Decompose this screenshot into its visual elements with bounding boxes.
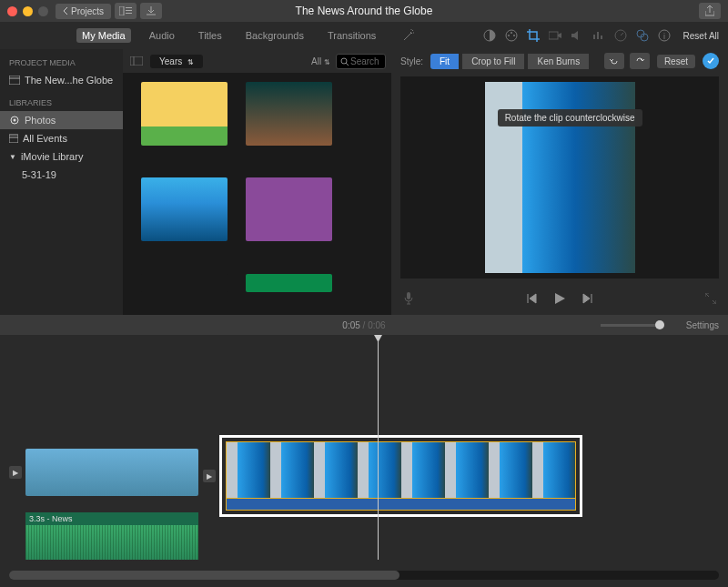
sidebar-item-date[interactable]: 5-31-19 — [0, 166, 123, 184]
reset-all-button[interactable]: Reset All — [683, 31, 719, 41]
sidebar-item-imovie-library[interactable]: ▼ iMovie Library — [0, 147, 123, 166]
upper-panel: My Media Audio Titles Backgrounds Transi… — [0, 22, 728, 315]
tab-backgrounds[interactable]: Backgrounds — [240, 28, 309, 43]
library-list-button[interactable] — [115, 3, 136, 19]
crop-icon — [527, 29, 540, 42]
horizontal-scrollbar[interactable] — [9, 571, 719, 580]
wand-icon — [402, 29, 415, 42]
browser-toolbar: Years ⇅ All ⇅ Search — [123, 49, 391, 73]
video-clip-map[interactable] — [25, 449, 198, 496]
rotate-cw-button[interactable] — [630, 53, 650, 69]
tab-audio[interactable]: Audio — [144, 28, 180, 43]
zoom-handle[interactable] — [655, 320, 664, 329]
viewer-panel: i Reset All Style: Fit Crop to Fill Ken … — [391, 22, 728, 315]
play-button[interactable] — [551, 290, 568, 307]
playback-controls — [524, 290, 595, 307]
share-button[interactable] — [699, 3, 721, 19]
svg-line-13 — [346, 63, 349, 66]
svg-point-15 — [506, 30, 517, 41]
minimize-window-button[interactable] — [23, 6, 33, 16]
years-label: Years — [159, 56, 182, 66]
fullscreen-button[interactable] — [703, 290, 719, 307]
info-button[interactable]: i — [656, 27, 672, 44]
svg-rect-22 — [601, 35, 602, 39]
color-balance-button[interactable] — [481, 27, 498, 44]
projects-label: Projects — [71, 6, 104, 16]
sidebar-toggle-icon — [130, 56, 143, 66]
style-label: Style: — [400, 56, 423, 66]
thumbnail-item[interactable] — [141, 177, 228, 241]
triangle-down-icon: ▼ — [9, 153, 16, 161]
reset-crop-button[interactable]: Reset — [657, 55, 695, 68]
fit-button[interactable]: Fit — [430, 54, 459, 69]
video-clip-waterfall[interactable] — [226, 441, 576, 511]
stabilization-button[interactable] — [547, 27, 563, 44]
sidebar-item-photos[interactable]: Photos — [0, 111, 123, 129]
playhead[interactable] — [378, 335, 379, 560]
time-total: 0:06 — [368, 320, 385, 330]
search-icon — [340, 57, 349, 66]
search-input[interactable]: Search — [336, 54, 386, 69]
scrollbar-thumb[interactable] — [9, 571, 399, 580]
circles-icon — [636, 29, 649, 42]
all-filter[interactable]: All ⇅ — [311, 56, 330, 66]
tab-transitions[interactable]: Transitions — [322, 28, 381, 43]
svg-rect-19 — [549, 32, 558, 39]
fullscreen-window-button[interactable] — [38, 6, 48, 16]
sidebar-item-project[interactable]: The New...he Globe — [0, 71, 123, 89]
speedometer-icon — [614, 29, 627, 42]
timecode: 0:05 / 0:06 — [342, 320, 385, 330]
years-selector[interactable]: Years ⇅ — [150, 55, 203, 68]
share-icon — [705, 5, 714, 16]
thumbnail-item[interactable] — [141, 274, 228, 292]
voiceover-button[interactable] — [400, 290, 417, 307]
play-icon — [553, 292, 566, 305]
thumbnail-item[interactable] — [246, 82, 332, 146]
zoom-slider[interactable] — [601, 324, 664, 327]
thumbnail-item[interactable] — [246, 274, 332, 292]
clapperboard-icon — [9, 76, 20, 85]
color-correction-button[interactable] — [503, 27, 520, 44]
track-handle[interactable]: ▶ — [9, 466, 22, 479]
project-item-label: The New...he Globe — [25, 75, 113, 86]
projects-back-button[interactable]: Projects — [56, 4, 111, 19]
clip-filter-button[interactable] — [634, 27, 651, 44]
next-button[interactable] — [579, 290, 595, 307]
crop-to-fill-button[interactable]: Crop to Fill — [462, 54, 524, 69]
apply-crop-button[interactable] — [703, 53, 719, 69]
rotate-cw-icon — [634, 56, 645, 66]
tab-my-media[interactable]: My Media — [76, 28, 131, 43]
rotate-ccw-button[interactable] — [604, 53, 624, 69]
enhance-button[interactable] — [400, 27, 417, 44]
ken-burns-button[interactable]: Ken Burns — [528, 54, 589, 69]
crop-style-row: Style: Fit Crop to Fill Ken Burns Reset — [391, 49, 728, 73]
sidebar-toggle-button[interactable] — [128, 53, 145, 69]
color-balance-icon — [483, 29, 496, 42]
track-handle[interactable]: ▶ — [203, 470, 216, 482]
rotate-tooltip: Rotate the clip counterclockwise — [498, 109, 642, 127]
sidebar: PROJECT MEDIA The New...he Globe LIBRARI… — [0, 49, 123, 315]
import-icon — [147, 6, 156, 15]
microphone-icon — [404, 292, 413, 305]
noise-reduction-button[interactable] — [591, 27, 607, 44]
audio-clip[interactable]: 3.3s - News — [25, 512, 198, 560]
thumbnail-item[interactable] — [246, 177, 332, 241]
timeline[interactable]: ▶ ▶ 3.3s - News — [0, 335, 728, 585]
preview-viewer[interactable]: Rotate the clip counterclockwise — [400, 76, 719, 278]
speed-button[interactable] — [612, 27, 629, 44]
svg-rect-29 — [407, 292, 410, 299]
media-browser: Years ⇅ All ⇅ Search — [123, 49, 391, 315]
volume-button[interactable] — [569, 27, 585, 44]
close-window-button[interactable] — [7, 6, 17, 16]
all-events-label: All Events — [23, 133, 67, 144]
timeline-settings-button[interactable]: Settings — [686, 320, 719, 330]
thumbnail-item[interactable] — [141, 82, 228, 146]
sidebar-item-all-events[interactable]: All Events — [0, 129, 123, 147]
updown-icon: ⇅ — [187, 58, 194, 66]
prev-button[interactable] — [524, 290, 541, 307]
svg-point-17 — [513, 35, 515, 36]
crop-button[interactable] — [525, 27, 541, 44]
svg-point-7 — [14, 119, 16, 122]
tab-titles[interactable]: Titles — [193, 28, 228, 43]
import-button[interactable] — [140, 3, 162, 19]
